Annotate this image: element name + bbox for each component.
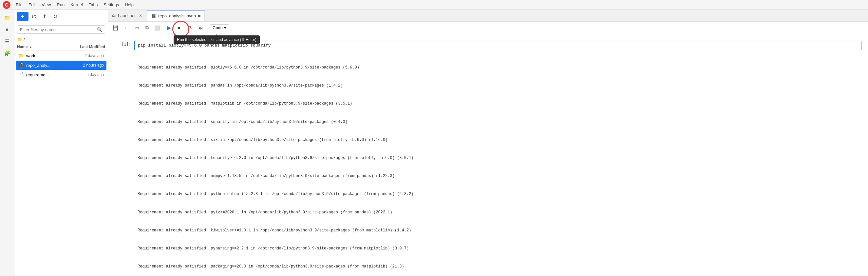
file-modified: 2 hours ago bbox=[68, 63, 104, 67]
notebook-icon: 📓 bbox=[18, 62, 24, 68]
menu-kernel[interactable]: Kernel bbox=[68, 1, 86, 8]
toolbar-divider-4 bbox=[207, 25, 207, 31]
copy-button[interactable]: ⧉ bbox=[143, 23, 152, 32]
output-line-3: Requirement already satisfied: squarify … bbox=[137, 119, 858, 125]
content-area: 🗂 Launcher ✕ 📓 repo_analysis.ipynb 💾 + ✂… bbox=[108, 10, 868, 276]
file-modified: 2 days ago bbox=[68, 53, 104, 58]
file-item-requirements[interactable]: 📄 requireme... a day ago bbox=[16, 70, 106, 79]
upload-button[interactable]: ⬆ bbox=[40, 12, 50, 21]
file-name: work bbox=[26, 53, 68, 58]
fast-forward-button[interactable]: ⏭ bbox=[196, 23, 205, 32]
add-cell-button[interactable]: + bbox=[121, 23, 130, 32]
cell-body: pip install plotly==5.6.0 pandas matplot… bbox=[134, 40, 862, 276]
sidebar: 📁 ● ☰ 🧩 + 🗂 ⬆ ↻ 🔍 📁 / bbox=[0, 10, 108, 276]
sidebar-icon-files[interactable]: 📁 bbox=[2, 12, 12, 23]
menu-view[interactable]: View bbox=[39, 1, 53, 8]
output-line-7: Requirement already satisfied: python-da… bbox=[137, 191, 858, 197]
sidebar-icon-circle[interactable]: ● bbox=[2, 24, 12, 35]
sidebar-icon-strip: 📁 ● ☰ 🧩 bbox=[0, 10, 14, 276]
output-line-11: Requirement already satisfied: packaging… bbox=[137, 264, 858, 270]
file-list: 📁 work 2 days ago 📓 repo_analy... 2 hour… bbox=[14, 51, 108, 276]
file-search-bar: 🔍 bbox=[17, 25, 105, 34]
output-line-6: Requirement already satisfied: numpy>=1.… bbox=[137, 173, 858, 179]
output-line-8: Requirement already satisfied: pytz>=202… bbox=[137, 210, 858, 216]
search-input[interactable] bbox=[20, 27, 97, 32]
output-line-0: Requirement already satisfied: plotly==5… bbox=[137, 64, 858, 71]
toolbar-divider-2 bbox=[163, 25, 163, 31]
app-logo: C bbox=[3, 1, 10, 9]
cell-type-chevron: ▾ bbox=[224, 25, 226, 30]
cell-output: Requirement already satisfied: plotly==5… bbox=[134, 52, 862, 276]
notebook-toolbar: 💾 + ✂ ⧉ ⬜ ▶ ■ ↻ ⏭ Code ▾ Run the selecte… bbox=[108, 22, 868, 34]
sidebar-icon-list[interactable]: ☰ bbox=[2, 36, 12, 47]
cell-type-label: Code bbox=[213, 25, 223, 30]
tab-launcher[interactable]: 🗂 Launcher ✕ bbox=[108, 10, 147, 21]
breadcrumb-path: / bbox=[24, 37, 25, 42]
notebook-content: [1]: pip install plotly==5.6.0 pandas ma… bbox=[108, 34, 868, 276]
file-browser: + 🗂 ⬆ ↻ 🔍 📁 / Name ▲ Last M bbox=[14, 10, 108, 276]
folder-icon-small: 📁 bbox=[17, 37, 22, 42]
menu-run[interactable]: Run bbox=[54, 1, 67, 8]
sidebar-icon-extensions[interactable]: 🧩 bbox=[2, 48, 12, 58]
tab-launcher-icon: 🗂 bbox=[112, 13, 116, 18]
cell-input[interactable]: pip install plotly==5.6.0 pandas matplot… bbox=[134, 40, 862, 50]
menu-edit[interactable]: Edit bbox=[26, 1, 38, 8]
main-area: 📁 ● ☰ 🧩 + 🗂 ⬆ ↻ 🔍 📁 / bbox=[0, 10, 868, 276]
cell-1: [1]: pip install plotly==5.6.0 pandas ma… bbox=[115, 40, 862, 276]
stop-button[interactable]: ■ bbox=[174, 23, 183, 32]
tab-unsaved-indicator bbox=[198, 15, 200, 17]
menubar: C File Edit View Run Kernel Tabs Setting… bbox=[0, 0, 868, 10]
new-launcher-button[interactable]: + bbox=[17, 12, 29, 21]
file-name: repo_analy... bbox=[26, 63, 68, 68]
cut-button[interactable]: ✂ bbox=[133, 23, 142, 32]
tab-notebook-icon: 📓 bbox=[151, 14, 156, 18]
output-line-10: Requirement already satisfied: pyparsing… bbox=[137, 246, 858, 252]
paste-button[interactable]: ⬜ bbox=[152, 23, 161, 32]
output-line-5: Requirement already satisfied: tenacity>… bbox=[137, 155, 858, 161]
file-item-repo-analysis[interactable]: 📓 repo_analy... 2 hours ago bbox=[16, 61, 106, 70]
run-button[interactable]: ▶ bbox=[164, 23, 174, 32]
output-line-4: Requirement already satisfied: six in /o… bbox=[137, 137, 858, 143]
cell-number: [1]: bbox=[115, 40, 134, 276]
output-line-2: Requirement already satisfied: matplotli… bbox=[137, 101, 858, 107]
folder-icon: 📁 bbox=[18, 53, 24, 59]
file-list-header: Name ▲ Last Modified bbox=[14, 43, 108, 51]
tab-notebook-label: repo_analysis.ipynb bbox=[158, 13, 196, 18]
menu-settings[interactable]: Settings bbox=[101, 1, 122, 8]
menu-tabs[interactable]: Tabs bbox=[86, 1, 100, 8]
file-icon: 📄 bbox=[18, 72, 24, 78]
cell-type-selector[interactable]: Code ▾ bbox=[210, 24, 229, 31]
cell-input-content[interactable]: pip install plotly==5.6.0 pandas matplot… bbox=[135, 41, 861, 50]
menu-help[interactable]: Help bbox=[122, 1, 136, 8]
save-button[interactable]: 💾 bbox=[111, 23, 120, 32]
column-name[interactable]: Name ▲ bbox=[17, 45, 69, 49]
search-icon: 🔍 bbox=[97, 27, 102, 32]
tabs-bar: 🗂 Launcher ✕ 📓 repo_analysis.ipynb bbox=[108, 10, 868, 22]
new-folder-button[interactable]: 🗂 bbox=[30, 12, 39, 21]
column-modified[interactable]: Last Modified bbox=[69, 45, 105, 49]
output-line-1: Requirement already satisfied: pandas in… bbox=[137, 83, 858, 89]
file-browser-toolbar: + 🗂 ⬆ ↻ bbox=[14, 10, 108, 23]
tab-launcher-close[interactable]: ✕ bbox=[138, 13, 143, 18]
toolbar-divider-1 bbox=[131, 25, 131, 31]
refresh-kernel-button[interactable]: ↻ bbox=[186, 23, 195, 32]
menu-file[interactable]: File bbox=[13, 1, 25, 8]
tab-repo-analysis[interactable]: 📓 repo_analysis.ipynb bbox=[147, 10, 205, 21]
file-item-work[interactable]: 📁 work 2 days ago bbox=[16, 51, 106, 60]
breadcrumb: 📁 / bbox=[14, 36, 108, 43]
toolbar-divider-3 bbox=[185, 25, 185, 31]
file-name: requireme... bbox=[26, 73, 68, 77]
refresh-button[interactable]: ↻ bbox=[51, 12, 60, 21]
output-line-9: Requirement already satisfied: kiwisolve… bbox=[137, 227, 858, 234]
tab-launcher-label: Launcher bbox=[118, 13, 135, 18]
file-modified: a day ago bbox=[68, 73, 104, 77]
